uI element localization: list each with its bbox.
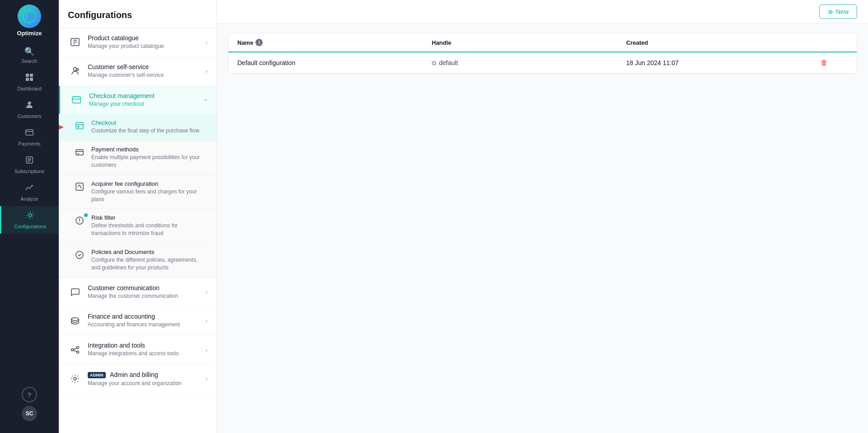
sidebar-item-customer-communication[interactable]: Customer communication Manage the custom… — [59, 278, 217, 306]
checkout-management-icon — [69, 93, 84, 107]
svg-line-29 — [80, 185, 81, 188]
nav-analyze-label: Analyze — [20, 196, 38, 202]
sidebar-item-finance-accounting[interactable]: Finance and accounting Accounting and fi… — [59, 306, 217, 335]
row-handle: ⧉ default — [432, 59, 626, 67]
nav-bottom: ? SC — [22, 387, 37, 428]
customer-communication-icon — [68, 285, 82, 299]
nav-configurations-label: Configurations — [14, 224, 46, 229]
svg-point-35 — [77, 351, 79, 353]
policies-icon — [73, 249, 86, 261]
customer-self-service-text: Customer self-service Manage customer's … — [88, 63, 200, 79]
policies-text: Policies and Documents Configure the dif… — [91, 249, 208, 272]
sub-item-policies[interactable]: Policies and Documents Configure the dif… — [59, 243, 217, 278]
product-catalogue-desc: Manage your product catalogue — [88, 42, 200, 50]
integration-tools-chevron: › — [205, 346, 208, 353]
sub-item-acquirer-fee[interactable]: Acquirer fee configuration Configure var… — [59, 175, 217, 209]
column-name: Name i — [237, 39, 432, 46]
svg-point-5 — [28, 102, 31, 105]
nav-item-configurations[interactable]: Configurations — [0, 206, 59, 234]
sub-item-checkout[interactable]: ➤ Checkout Customize the final step of t… — [59, 114, 217, 141]
nav-payments-label: Payments — [19, 141, 41, 146]
product-catalogue-text: Product catalogue Manage your product ca… — [88, 34, 200, 50]
customer-self-service-title: Customer self-service — [88, 63, 200, 71]
admin-billing-icon — [68, 372, 82, 386]
configurations-table: Name i Handle Created Default configurat… — [228, 33, 857, 74]
configurations-icon — [26, 211, 35, 222]
checkout-management-text: Checkout management Manage your checkout — [89, 92, 200, 108]
delete-button[interactable]: 🗑 — [821, 59, 828, 67]
new-button-label: New — [836, 8, 849, 15]
payment-methods-text: Payment methods Enable multiple payment … — [91, 146, 208, 169]
sidebar-item-product-catalogue[interactable]: Product catalogue Manage your product ca… — [59, 28, 217, 56]
risk-filter-title: Risk filter — [91, 214, 208, 221]
avatar[interactable]: SC — [22, 406, 37, 421]
section-integration-tools: Integration and tools Manage integration… — [59, 335, 217, 364]
row-actions: 🗑 — [821, 59, 848, 67]
row-name: Default configuration — [237, 59, 432, 66]
checkout-management-sub-items: ➤ Checkout Customize the final step of t… — [59, 114, 217, 277]
svg-rect-6 — [26, 130, 33, 135]
red-arrow-indicator: ➤ — [59, 121, 64, 133]
customer-self-service-desc: Manage customer's self-service — [88, 71, 200, 79]
svg-point-34 — [77, 346, 79, 348]
help-button[interactable]: ? — [22, 387, 37, 402]
app-logo[interactable] — [18, 5, 41, 28]
finance-accounting-chevron: › — [205, 317, 208, 325]
finance-accounting-title: Finance and accounting — [88, 313, 200, 320]
customers-icon — [25, 100, 34, 112]
customer-self-service-chevron: › — [205, 67, 208, 75]
checkout-text: Checkout Customize the final step of the… — [91, 119, 208, 135]
acquirer-fee-text: Acquirer fee configuration Configure var… — [91, 180, 208, 203]
table-row: Default configuration ⧉ default 18 Jun 2… — [228, 52, 857, 74]
nav-item-subscriptions[interactable]: Subscriptions — [0, 151, 59, 179]
policies-desc: Configure the different policies, agreem… — [91, 256, 208, 272]
product-catalogue-icon — [68, 35, 82, 49]
svg-rect-19 — [72, 97, 80, 103]
acquirer-fee-icon — [73, 180, 86, 193]
customer-communication-desc: Manage the customer communication — [88, 292, 200, 300]
sub-item-risk-filter[interactable]: Risk filter Define thresholds and condit… — [59, 209, 217, 243]
svg-point-33 — [71, 348, 74, 351]
svg-line-36 — [74, 348, 77, 349]
new-button[interactable]: ⊕ New — [819, 5, 857, 19]
main-content: ⊕ New Name i Handle Created Default conf… — [217, 0, 868, 433]
column-created: Created — [626, 39, 821, 46]
product-catalogue-title: Product catalogue — [88, 34, 200, 42]
sidebar-item-admin-billing[interactable]: ADMIN Admin and billing Manage your acco… — [59, 364, 217, 394]
table-header: Name i Handle Created — [228, 33, 857, 52]
checkout-management-title: Checkout management — [89, 92, 200, 99]
risk-filter-desc: Define thresholds and conditions for tra… — [91, 222, 208, 237]
handle-value: default — [439, 59, 458, 66]
column-actions — [821, 39, 848, 46]
nav-customers-label: Customers — [17, 113, 41, 119]
nav-item-payments[interactable]: Payments — [0, 123, 59, 151]
org-name: Optimize — [17, 30, 42, 37]
search-nav-icon: 🔍 — [24, 47, 34, 56]
svg-rect-4 — [30, 78, 33, 81]
nav-item-customers[interactable]: Customers — [0, 96, 59, 123]
customer-communication-title: Customer communication — [88, 284, 200, 292]
sidebar-item-customer-self-service[interactable]: Customer self-service Manage customer's … — [59, 57, 217, 85]
svg-point-12 — [29, 214, 32, 216]
checkout-icon — [73, 119, 86, 132]
name-info-icon[interactable]: i — [255, 39, 263, 46]
risk-filter-dot — [84, 213, 88, 217]
finance-accounting-desc: Accounting and finances management — [88, 321, 200, 329]
nav-item-search[interactable]: 🔍 Search — [0, 42, 59, 68]
sub-item-payment-methods[interactable]: Payment methods Enable multiple payment … — [59, 141, 217, 175]
column-name-label: Name — [237, 39, 253, 46]
svg-rect-3 — [26, 78, 29, 81]
payments-icon — [25, 128, 34, 139]
checkout-desc: Customize the final step of the purchase… — [91, 127, 208, 135]
integration-tools-title: Integration and tools — [88, 342, 200, 349]
risk-filter-icon — [73, 214, 86, 227]
section-product-catalogue: Product catalogue Manage your product ca… — [59, 28, 217, 57]
svg-rect-27 — [76, 183, 83, 190]
nav-item-dashboard[interactable]: Dashboard — [0, 68, 59, 96]
sidebar-item-checkout-management[interactable]: Checkout management Manage your checkout… — [59, 86, 217, 114]
analyze-icon — [25, 183, 34, 194]
section-customer-self-service: Customer self-service Manage customer's … — [59, 57, 217, 86]
nav-item-analyze[interactable]: Analyze — [0, 179, 59, 206]
sidebar-item-integration-tools[interactable]: Integration and tools Manage integration… — [59, 335, 217, 364]
admin-billing-title: Admin and billing — [110, 371, 158, 378]
